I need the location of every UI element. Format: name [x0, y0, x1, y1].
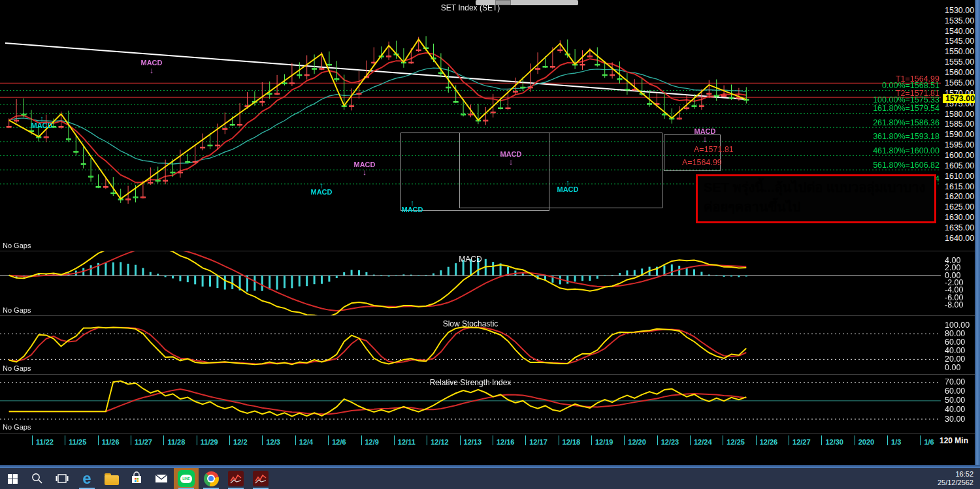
no-gaps-label: No Gaps: [3, 364, 31, 372]
price-annotation-label: A=1564.99: [682, 158, 722, 167]
date-label-text: 12/19: [595, 438, 613, 446]
date-tick: [920, 435, 921, 445]
date-axis: 120 Min 11/2211/2511/2611/2711/2811/2912…: [0, 433, 975, 448]
date-label: 12/3: [266, 435, 280, 447]
date-label-text: 12/16: [497, 438, 515, 446]
price-axis-tick: 1620.00: [945, 192, 974, 201]
taskbar-clock[interactable]: 16:52 25/12/2562: [938, 468, 980, 489]
indicator-axis-tick: 20.00: [945, 355, 965, 364]
date-label-text: 1/6: [924, 438, 934, 446]
signal-label: MACD: [31, 121, 53, 129]
date-label: 12/4: [299, 435, 313, 447]
price-axis-tick: 1610.00: [945, 172, 974, 181]
price-axis-tick: 1600.00: [945, 151, 974, 160]
price-axis-tick: 1630.00: [945, 213, 974, 222]
search-icon: [31, 472, 44, 485]
date-label-text: 12/3: [266, 438, 280, 446]
date-label-text: 12/9: [365, 438, 379, 446]
date-tick: [525, 435, 526, 445]
date-label-text: 11/28: [167, 438, 185, 446]
date-label-text: 12/18: [563, 438, 581, 446]
mail-button[interactable]: [149, 468, 174, 489]
trading-app-2-button[interactable]: [248, 468, 273, 489]
date-tick: [98, 435, 99, 445]
annotation-box[interactable]: SET พรุ่งนี้...ลุ้นไปต่อ แบบวอลุ่มเบาบาง…: [696, 174, 936, 223]
macd-signal-buy: ↑MACD: [302, 181, 341, 196]
date-tick: [262, 435, 263, 445]
indicator-axis-tick: 0.00: [945, 363, 960, 372]
macd-signal-buy: ↑MACD: [548, 179, 587, 193]
price-axis-tick: 1595.00: [945, 140, 974, 150]
date-label-text: 12/24: [694, 438, 712, 446]
date-label-text: 12/23: [661, 438, 679, 446]
chrome-icon: [204, 471, 219, 486]
date-label: 12/24: [694, 435, 712, 447]
macd-panel: MACD No Gaps 4.002.000.00-2.00-4.00-6.00…: [0, 251, 975, 315]
signal-label: MACD: [402, 206, 423, 213]
date-tick: [690, 435, 691, 445]
line-app-button[interactable]: LINE: [174, 468, 199, 489]
date-label-text: 12/2: [233, 438, 247, 446]
macd-title: MACD: [0, 255, 941, 264]
date-label: 11/26: [102, 435, 120, 447]
date-label: 12/27: [792, 435, 811, 447]
price-annotation-label: A=1571.81: [694, 145, 734, 154]
start-button[interactable]: [0, 468, 25, 489]
clock-time: 16:52: [938, 470, 973, 479]
date-label: 12/20: [628, 435, 646, 447]
price-axis-tick: 1535.00: [945, 16, 974, 25]
line-icon: LINE: [178, 470, 195, 487]
date-tick: [789, 435, 789, 445]
scrollbar-thumb[interactable]: [495, 0, 511, 5]
vertical-scrollbar[interactable]: [975, 0, 980, 465]
down-arrow-icon: ↓: [345, 168, 384, 176]
trading-app-2-icon: [253, 471, 269, 486]
macd-signal-buy: ↑MACD: [22, 115, 61, 129]
date-tick: [131, 435, 131, 445]
date-label-text: 12/11: [398, 438, 416, 446]
date-label-text: 11/27: [135, 438, 152, 446]
date-label: 12/16: [497, 435, 515, 447]
edge-icon: e: [82, 471, 91, 486]
fib-level-label: 561.80%=1606.82: [873, 161, 939, 170]
indicator-axis-tick: 100.00: [945, 321, 970, 330]
file-explorer-icon: [105, 475, 119, 485]
price-axis-tick: 1550.00: [945, 47, 974, 56]
chart-title: SET Index (SET): [0, 3, 941, 12]
date-label: 11/27: [135, 435, 152, 447]
search-button[interactable]: [25, 468, 50, 489]
date-tick: [328, 435, 329, 445]
rsi-panel: Relative Strength Index No Gaps 70.0060.…: [0, 374, 975, 433]
date-label-text: 12/4: [299, 438, 313, 446]
mail-icon: [154, 471, 169, 486]
date-tick: [591, 435, 592, 445]
horizontal-scrollbar[interactable]: [476, 0, 578, 5]
date-label: 1/3: [891, 435, 901, 447]
price-panel: SET Index (SET) 661.80%=1613.64561.80%=1…: [0, 0, 975, 251]
date-label: 12/18: [563, 435, 581, 447]
date-tick: [229, 435, 230, 445]
file-explorer-button[interactable]: [99, 468, 124, 489]
date-label: 12/2: [233, 435, 247, 447]
macd-signal-sell: MACD↓: [132, 59, 171, 74]
chrome-button[interactable]: [199, 468, 223, 489]
date-tick: [427, 435, 427, 445]
date-tick: [460, 435, 461, 445]
fib-level-label: 261.80%=1586.36: [873, 118, 939, 127]
trading-app-1-button[interactable]: [223, 468, 248, 489]
price-axis-tick: 1585.00: [945, 119, 974, 129]
store-button[interactable]: [124, 468, 149, 489]
down-arrow-icon: ↓: [491, 158, 531, 165]
date-tick: [295, 435, 296, 445]
date-label-text: 12/30: [825, 438, 843, 446]
edge-taskbar-button[interactable]: e: [74, 468, 99, 489]
task-view-button[interactable]: [50, 468, 74, 489]
date-label: 12/12: [431, 435, 449, 447]
date-tick: [361, 435, 362, 445]
price-axis-tick: 1625.00: [945, 202, 974, 212]
rsi-title: Relative Strength Index: [0, 378, 941, 387]
clock-date: 25/12/2562: [938, 479, 973, 487]
date-label: 12/9: [365, 435, 379, 447]
date-tick: [657, 435, 658, 445]
price-axis-tick: 1640.00: [945, 234, 974, 243]
